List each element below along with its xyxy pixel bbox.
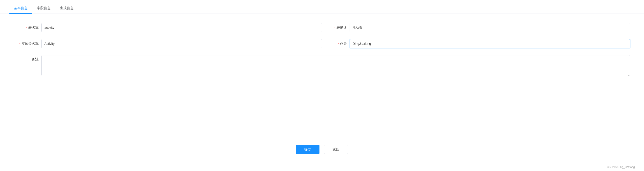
remark-textarea[interactable] [42,55,630,76]
required-star-table-desc: * [334,26,336,30]
table-desc-label: * 表描述 [322,26,350,30]
button-row: 提交 返回 [0,140,644,163]
author-label: * 作者 [322,42,350,46]
tab-basic-info[interactable]: 基本信息 [9,6,32,14]
table-desc-input[interactable] [350,23,630,32]
author-input[interactable] [350,39,630,48]
tab-field-info[interactable]: 字段信息 [32,6,55,14]
form-half-table-name: * 表名称 [14,23,322,32]
form-half-author: * 作者 [322,39,630,48]
table-name-label: * 表名称 [14,26,42,30]
return-button[interactable]: 返回 [324,145,348,154]
remark-label: 备注 [14,55,42,61]
tabs-bar: 基本信息 字段信息 生成信息 [0,0,644,14]
required-star-entity: * [19,42,20,46]
form-half-entity-name: * 实体类名称 [14,39,322,48]
remark-wrapper: ◢ [42,55,630,76]
page-container: 基本信息 字段信息 生成信息 * 表名称 * 表描述 [0,0,644,171]
form-row-1: * 表名称 * 表描述 [14,23,630,32]
tab-generate-info[interactable]: 生成信息 [55,6,78,14]
form-half-table-desc: * 表描述 [322,23,630,32]
entity-name-input[interactable] [42,39,322,48]
submit-button[interactable]: 提交 [296,145,320,154]
footer: CSDN ©Ding_Jiaxiong [0,163,644,171]
form-row-remark: 备注 ◢ [14,55,630,76]
required-star-author: * [338,42,339,46]
form-area: * 表名称 * 表描述 * 实体类名称 [0,14,644,140]
form-row-2: * 实体类名称 * 作者 [14,39,630,48]
resize-handle: ◢ [628,74,630,76]
entity-name-label: * 实体类名称 [14,42,42,46]
required-star-table-name: * [26,26,27,30]
table-name-input[interactable] [42,23,322,32]
